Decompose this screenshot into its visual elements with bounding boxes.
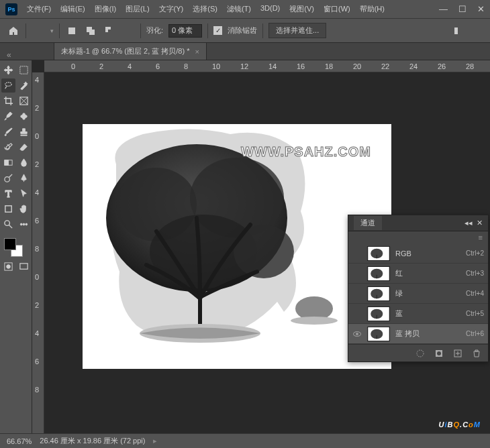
document-tab[interactable]: 未标题-1 @ 66.7% (图层 2, 蓝 拷贝/8) * × (54, 42, 207, 60)
lasso-tool[interactable] (1, 78, 15, 93)
channel-thumbnail (367, 306, 390, 321)
svg-point-19 (5, 221, 10, 226)
quickmask-tool[interactable] (1, 260, 15, 274)
type-tool[interactable] (1, 186, 15, 201)
color-swatches[interactable] (1, 237, 31, 258)
close-button[interactable]: ✕ (477, 4, 485, 14)
blur-tool[interactable] (17, 156, 31, 170)
svg-point-11 (5, 82, 11, 87)
home-icon[interactable] (7, 24, 20, 38)
screenmode-tool[interactable] (17, 260, 31, 274)
status-bar: 66.67% 26.46 厘米 x 19.86 厘米 (72 ppi) ▸ (0, 433, 490, 448)
menu-item[interactable]: 窗口(W) (320, 1, 354, 17)
svg-point-22 (26, 223, 28, 225)
channels-tab[interactable]: 通道 (354, 216, 382, 230)
workspace-icon[interactable] (447, 24, 460, 38)
channel-name: RGB (395, 249, 460, 258)
select-and-mask-button[interactable]: 选择并遮住... (268, 23, 326, 38)
visibility-toggle[interactable] (352, 249, 362, 258)
menu-item[interactable]: 图像(I) (91, 1, 120, 17)
channel-row[interactable]: 蓝 Ctrl+5 (348, 304, 488, 324)
feather-label: 羽化: (146, 25, 163, 36)
lasso-icon[interactable] (32, 24, 45, 38)
zoom-tool[interactable] (1, 217, 15, 231)
menu-item[interactable]: 图层(L) (121, 1, 153, 17)
hand-tool[interactable] (17, 202, 31, 216)
document-canvas[interactable]: WWW.PSAHZ.COM (83, 124, 391, 369)
load-selection-icon[interactable] (415, 349, 425, 358)
menu-item[interactable]: 视图(V) (285, 1, 318, 17)
channel-row[interactable]: 绿 Ctrl+4 (348, 284, 488, 304)
delete-channel-icon[interactable] (472, 349, 481, 358)
svg-rect-4 (108, 30, 113, 35)
intersect-selection-icon[interactable] (121, 24, 135, 38)
brush-tool[interactable] (1, 125, 15, 139)
collapse-panels-icon[interactable]: « (7, 50, 11, 60)
menu-item[interactable]: 选择(S) (189, 1, 222, 17)
search-icon[interactable] (424, 24, 438, 38)
svg-rect-0 (68, 27, 75, 34)
svg-point-46 (437, 351, 441, 355)
subtract-selection-icon[interactable] (103, 24, 116, 38)
new-selection-icon[interactable] (65, 24, 79, 38)
ruler-vertical: 420246802468 (32, 72, 44, 433)
menu-item[interactable]: 文字(Y) (155, 1, 188, 17)
minimize-button[interactable]: — (439, 4, 448, 14)
eyedropper-tool[interactable] (1, 109, 15, 123)
panel-close-icon[interactable]: ✕ (477, 219, 483, 227)
tools-panel (0, 60, 32, 433)
ruler-horizontal: 0246810121416182022242628 (44, 60, 490, 72)
close-tab-icon[interactable]: × (195, 48, 199, 56)
new-channel-icon[interactable] (453, 349, 462, 358)
path-select-tool[interactable] (17, 186, 31, 201)
channel-shortcut: Ctrl+3 (466, 270, 484, 277)
visibility-toggle[interactable] (352, 289, 362, 298)
svg-rect-25 (20, 264, 28, 269)
dodge-tool[interactable] (1, 171, 15, 185)
visibility-toggle[interactable] (352, 309, 362, 319)
maximize-button[interactable]: ☐ (458, 4, 467, 14)
channel-thumbnail (367, 327, 390, 341)
shape-tool[interactable] (1, 202, 15, 216)
frame-tool[interactable] (17, 94, 31, 108)
svg-point-21 (23, 223, 25, 225)
magic-wand-tool[interactable] (17, 78, 31, 93)
menu-item[interactable]: 文件(F) (23, 1, 55, 17)
marquee-tool[interactable] (17, 63, 31, 77)
history-brush-tool[interactable] (1, 140, 15, 154)
panel-collapse-icon[interactable]: ◂◂ (464, 219, 473, 227)
channel-row[interactable]: RGB Ctrl+2 (348, 243, 488, 264)
add-selection-icon[interactable] (84, 24, 97, 38)
menu-item[interactable]: 滤镜(T) (223, 1, 255, 17)
channel-row[interactable]: 蓝 拷贝 Ctrl+6 (348, 324, 488, 344)
pen-tool[interactable] (17, 171, 31, 185)
share-icon[interactable] (470, 24, 483, 38)
antialias-checkbox[interactable]: ✓ (213, 26, 222, 35)
panel-header[interactable]: 通道 ◂◂ ✕ (348, 215, 488, 231)
menu-item[interactable]: 3D(D) (256, 1, 284, 17)
svg-point-20 (20, 223, 22, 225)
edit-toolbar[interactable] (17, 217, 31, 231)
zoom-level[interactable]: 66.67% (7, 437, 32, 445)
channel-row[interactable]: 红 Ctrl+3 (348, 264, 488, 284)
visibility-toggle[interactable] (352, 329, 362, 339)
move-tool[interactable] (1, 63, 15, 77)
document-title: 未标题-1 @ 66.7% (图层 2, 蓝 拷贝/8) * (61, 46, 190, 56)
stamp-tool[interactable] (17, 125, 31, 139)
options-bar: ▾ 羽化: ✓ 消除锯齿 选择并遮住... (0, 19, 490, 43)
gradient-tool[interactable] (1, 156, 15, 170)
feather-input[interactable] (168, 24, 202, 38)
svg-point-24 (7, 265, 11, 269)
menu-item[interactable]: 编辑(E) (56, 1, 89, 17)
eraser-tool[interactable] (17, 140, 31, 154)
menu-item[interactable]: 帮助(H) (356, 1, 389, 17)
visibility-toggle[interactable] (352, 269, 362, 278)
channel-shortcut: Ctrl+4 (466, 290, 484, 297)
channel-name: 绿 (395, 288, 460, 298)
crop-tool[interactable] (1, 94, 15, 108)
healing-tool[interactable] (17, 109, 31, 123)
save-selection-icon[interactable] (434, 349, 444, 358)
panel-menu-icon[interactable]: ≡ (479, 233, 483, 241)
foreground-color[interactable] (4, 238, 16, 250)
svg-rect-9 (454, 27, 458, 34)
